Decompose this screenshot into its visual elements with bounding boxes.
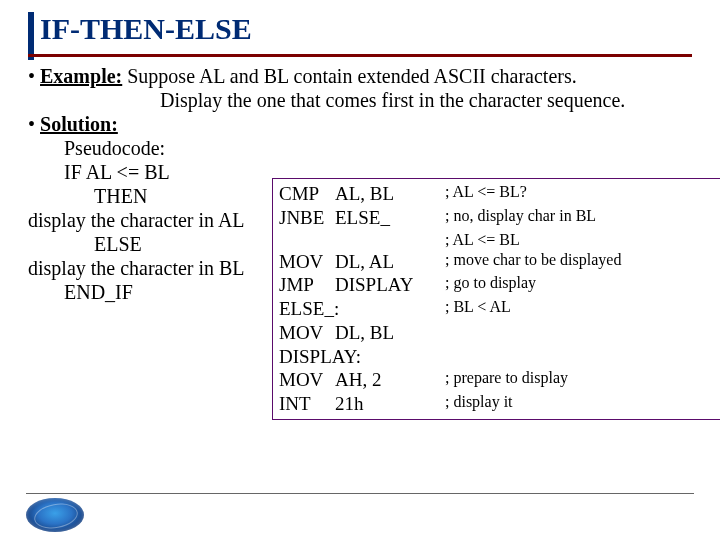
title-underline <box>28 54 692 57</box>
example-line1: • Example: Suppose AL and BL contain ext… <box>28 64 708 88</box>
code-row: ; AL <= BL <box>279 230 719 250</box>
assembly-code-box: CMPAL, BL; AL <= BL? JNBEELSE_; no, disp… <box>272 178 720 420</box>
pseudocode-label: Pseudocode: <box>28 136 708 160</box>
example-text-1: Suppose AL and BL contain extended ASCII… <box>122 65 577 87</box>
code-row: CMPAL, BL; AL <= BL? <box>279 182 719 206</box>
solution-line: • Solution: <box>28 112 708 136</box>
title-accent-bar <box>28 12 34 60</box>
code-row: JMPDISPLAY; go to display <box>279 273 719 297</box>
code-row: ELSE_:; BL < AL <box>279 297 719 321</box>
code-row: INT21h; display it <box>279 392 719 416</box>
solution-label: Solution: <box>40 113 118 135</box>
slide-title: IF-THEN-ELSE <box>40 12 252 46</box>
code-row: MOVAH, 2; prepare to display <box>279 368 719 392</box>
code-row: MOVDL, BL <box>279 321 719 345</box>
example-line2: Display the one that comes first in the … <box>28 88 708 112</box>
globe-logo-icon <box>26 498 84 532</box>
code-row: MOVDL, AL; move char to be displayed <box>279 250 719 274</box>
footer-separator <box>26 493 694 494</box>
example-text-2: Display the one that comes first in the … <box>160 89 625 111</box>
code-row: DISPLAY: <box>279 345 719 369</box>
code-row: JNBEELSE_; no, display char in BL <box>279 206 719 230</box>
example-label: Example: <box>40 65 122 87</box>
